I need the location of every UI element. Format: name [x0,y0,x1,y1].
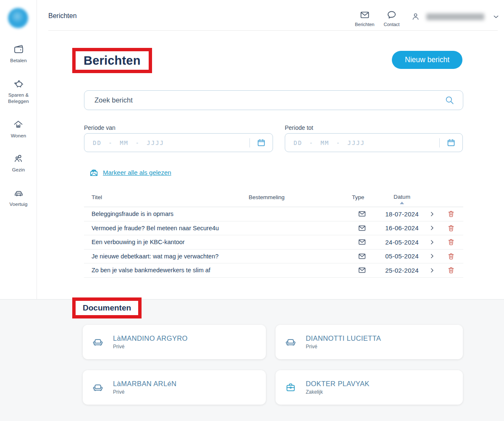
message-title: Een verbouwing in je KBC-kantoor [84,239,249,245]
sort-ascending-icon [400,202,404,204]
sidebar-item-label: Voertuig [10,201,28,208]
field-divider [249,138,250,147]
piggy-bank-icon [13,78,24,89]
chevron-down-icon [493,13,499,20]
sidebar-item-voertuig[interactable]: Voertuig [10,187,28,208]
chat-bubble-icon [386,9,397,21]
table-header-row: Titel Bestemmeling Type Datum [84,188,463,207]
period-to-input[interactable] [285,139,439,146]
period-from-input[interactable] [84,139,249,146]
search-box [84,90,463,110]
document-name: LàMARBAN ARLéN [113,380,176,388]
top-nav-label: Berichten [355,22,374,27]
sidebar-item-label: Wonen [11,133,26,139]
car-icon [13,187,24,199]
delete-message-button[interactable] [438,224,463,232]
envelope-icon [345,224,379,233]
message-row[interactable]: Beleggingsfraude is in opmars 18-07-2024 [84,207,463,221]
message-title: Beleggingsfraude is in opmars [84,210,249,217]
delete-message-button[interactable] [438,238,463,246]
chevron-right-icon[interactable] [425,225,438,231]
sidebar-item-label: Sparen & Beleggen [8,92,29,105]
sidebar-item-betalen[interactable]: Betalen [10,44,27,64]
sidebar-item-sparen-beleggen[interactable]: Sparen & Beleggen [8,78,29,105]
chevron-right-icon[interactable] [425,211,438,217]
message-date: 24-05-2024 [379,239,425,246]
delete-message-button[interactable] [438,252,463,260]
mark-all-read-label: Markeer alle als gelezen [103,169,171,176]
message-title: Zo ben je valse bankmedewerkers te slim … [84,267,249,274]
field-divider [439,138,440,147]
document-cards: LàMANDINO ARGYRO Privé DIANNOTTI LUCIETT… [83,325,463,405]
document-category: Privé [113,344,188,350]
column-header-type: Type [345,194,379,200]
wallet-icon [13,44,24,55]
sidebar: Betalen Sparen & Beleggen [0,0,37,299]
message-date: 05-05-2024 [379,253,425,260]
period-from-label: Periode van [84,124,116,131]
message-row[interactable]: Je nieuwe debetkaart: wat mag je verwach… [84,250,463,264]
document-card[interactable]: DOKTER PLAVYAK Zakelijk [276,370,463,405]
couch-icon [92,336,104,348]
message-date: 16-06-2024 [379,224,425,232]
top-nav-contact[interactable]: Contact [383,9,399,27]
page-title: Berichten [84,53,141,68]
search-icon[interactable] [444,95,455,106]
top-nav: Berichten Contact [355,9,399,27]
sidebar-item-wonen[interactable]: Wonen [11,119,26,139]
header-divider [48,30,498,31]
profile-menu[interactable] [411,12,499,21]
period-to-label: Periode tot [285,124,313,131]
envelope-icon [345,209,379,218]
annotation-box-documenten: Documenten [72,297,142,318]
document-category: Zakelijk [306,389,370,395]
document-category: Privé [306,344,381,350]
column-header-datum[interactable]: Datum [379,190,425,204]
calendar-icon[interactable] [446,138,456,148]
user-icon [411,12,420,21]
sidebar-nav: Betalen Sparen & Beleggen [0,44,37,208]
calendar-icon[interactable] [256,138,266,148]
chevron-right-icon[interactable] [425,239,438,245]
envelope-icon [345,266,379,275]
couch-icon [285,336,297,348]
sidebar-item-label: Gezin [12,167,25,174]
envelope-icon [345,252,379,261]
message-row[interactable]: Zo ben je valse bankmedewerkers te slim … [84,263,463,278]
sidebar-item-label: Betalen [10,58,27,64]
top-nav-berichten[interactable]: Berichten [355,9,374,27]
document-name: DIANNOTTI LUCIETTA [306,334,381,342]
message-row[interactable]: Vermoed je fraude? Bel meteen naar Secur… [84,221,463,236]
document-card[interactable]: DIANNOTTI LUCIETTA Privé [276,325,463,359]
chevron-right-icon[interactable] [425,267,438,274]
period-from-field [84,133,273,152]
message-date: 18-07-2024 [379,210,425,218]
document-category: Privé [113,389,176,395]
document-name: DOKTER PLAVYAK [306,380,370,388]
search-input[interactable] [84,96,444,104]
new-message-button[interactable]: Nieuw bericht [392,51,462,69]
couch-icon [92,382,104,393]
delete-message-button[interactable] [438,210,463,218]
kbc-logo [8,8,28,28]
delete-message-button[interactable] [438,266,463,274]
annotation-box-berichten: Berichten [72,48,152,73]
profile-name-redacted [426,13,484,20]
mark-all-read-link[interactable]: Markeer alle als gelezen [89,167,171,178]
envelope-icon [359,9,370,21]
family-icon [13,153,24,164]
message-row[interactable]: Een verbouwing in je KBC-kantoor 24-05-2… [84,235,463,250]
documents-title: Documenten [83,303,131,313]
top-nav-label: Contact [383,22,399,27]
chevron-right-icon[interactable] [425,253,438,259]
column-header-bestemmeling: Bestemmeling [249,194,345,200]
briefcase-icon [285,382,297,393]
message-date: 25-02-2024 [379,267,425,274]
document-card[interactable]: LàMANDINO ARGYRO Privé [83,325,266,359]
messages-table: Titel Bestemmeling Type Datum Beleggings… [84,188,463,278]
message-title: Je nieuwe debetkaart: wat mag je verwach… [84,253,249,260]
document-card[interactable]: LàMARBAN ARLéN Privé [83,370,266,405]
sidebar-item-gezin[interactable]: Gezin [12,153,25,174]
period-to-field [285,133,463,152]
column-header-titel: Titel [84,194,249,200]
